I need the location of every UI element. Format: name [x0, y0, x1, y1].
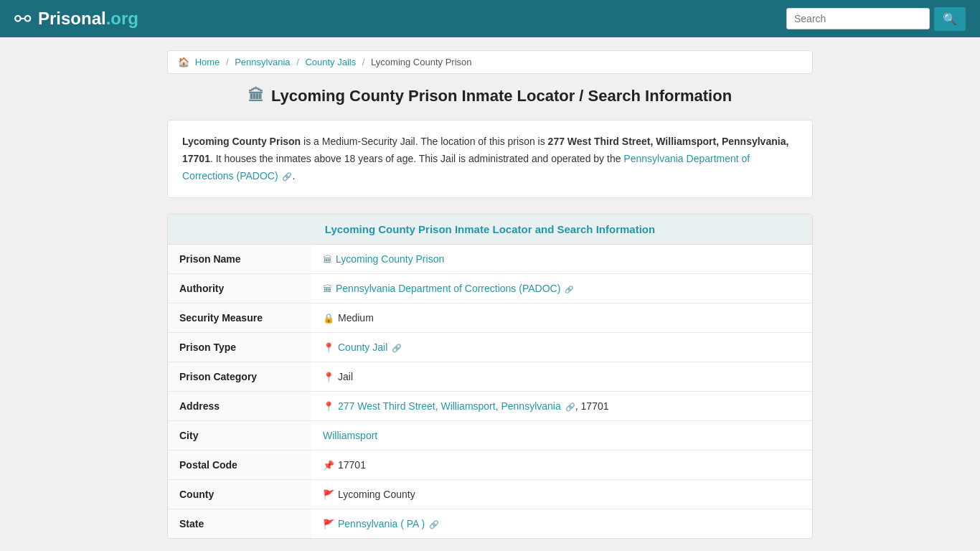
value-link[interactable]: Pennsylvania ( PA ): [338, 518, 425, 529]
value-suffix: , 17701: [575, 400, 609, 412]
table-row: Prison Type📍County Jail 🔗: [168, 333, 812, 362]
logo-text: Prisonal.org: [38, 9, 138, 29]
value-text: Medium: [338, 312, 374, 324]
table-label-cell: Security Measure: [168, 303, 311, 333]
table-row: State🚩Pennsylvania ( PA ) 🔗: [168, 509, 812, 539]
table-value-cell: 📍Jail: [311, 362, 812, 392]
value-link[interactable]: Pennsylvania Department of Corrections (…: [336, 283, 560, 294]
value-text: 17701: [338, 459, 366, 471]
value-link[interactable]: Williamsport: [323, 430, 377, 441]
breadcrumb-home[interactable]: Home: [195, 57, 220, 67]
row-icon: 🚩: [323, 519, 334, 529]
table-value-cell: 🏛Lycoming County Prison: [311, 245, 812, 274]
breadcrumb-county-jails[interactable]: County Jails: [305, 57, 356, 67]
row-icon: 🔒: [323, 313, 334, 324]
row-icon: 🏛: [323, 254, 332, 265]
table-label-cell: Prison Category: [168, 362, 311, 392]
breadcrumb-sep-1: /: [226, 57, 229, 67]
table-label-cell: Prison Type: [168, 333, 311, 362]
table-value-cell: 📍277 West Third Street, Williamsport, Pe…: [311, 392, 812, 421]
table-value-cell: Williamsport: [311, 421, 812, 451]
value-link[interactable]: 277 West Third Street, Williamsport, Pen…: [338, 400, 561, 412]
logo-icon: ⚯️: [14, 7, 31, 31]
row-icon: 📍: [323, 401, 334, 412]
table-label-cell: City: [168, 421, 311, 451]
table-row: County🚩Lycoming County: [168, 480, 812, 509]
description-text3: .: [292, 170, 295, 182]
row-icon: 🏛: [323, 283, 332, 294]
page-title: Lycoming County Prison Inmate Locator / …: [271, 87, 732, 105]
ext-link-icon: 🔗: [282, 172, 292, 181]
description-block: Lycoming County Prison is a Medium-Secur…: [167, 120, 813, 198]
info-section-title: Lycoming County Prison Inmate Locator an…: [168, 215, 812, 245]
description-text1: is a Medium-Security Jail. The location …: [301, 136, 547, 147]
value-text: Lycoming County: [338, 489, 415, 500]
breadcrumb: 🏠 Home / Pennsylvania / County Jails / L…: [167, 50, 813, 74]
row-icon: 📌: [323, 460, 334, 471]
value-link[interactable]: County Jail: [338, 342, 387, 353]
search-icon: 🔍: [943, 13, 957, 25]
header: ⚯️ Prisonal.org 🔍: [0, 0, 980, 37]
table-row: Prison Name🏛Lycoming County Prison: [168, 245, 812, 274]
anchor-icon: 🔗: [563, 402, 575, 411]
table-row: Postal Code📌17701: [168, 451, 812, 480]
breadcrumb-sep-2: /: [296, 57, 299, 67]
search-button[interactable]: 🔍: [934, 7, 966, 31]
page-title-area: 🏛 Lycoming County Prison Inmate Locator …: [167, 87, 813, 105]
logo-area: ⚯️ Prisonal.org: [14, 7, 138, 31]
table-row: Address📍277 West Third Street, Williamsp…: [168, 392, 812, 421]
info-table: Prison Name🏛Lycoming County PrisonAuthor…: [168, 245, 812, 538]
value-text: Jail: [338, 371, 353, 382]
anchor-icon: 🔗: [390, 344, 402, 352]
prison-title-icon: 🏛: [248, 87, 264, 105]
info-table-body: Prison Name🏛Lycoming County PrisonAuthor…: [168, 245, 812, 538]
breadcrumb-current: Lycoming County Prison: [371, 57, 471, 67]
table-label-cell: Postal Code: [168, 451, 311, 480]
table-value-cell: 🏛Pennsylvania Department of Corrections …: [311, 274, 812, 303]
table-label-cell: County: [168, 480, 311, 509]
external-link-icon: 🔗: [562, 286, 573, 293]
table-row: Prison Category📍Jail: [168, 362, 812, 392]
table-value-cell: 🚩Lycoming County: [311, 480, 812, 509]
table-value-cell: 🔒Medium: [311, 303, 812, 333]
prison-name-bold: Lycoming County Prison: [182, 136, 301, 147]
info-section: Lycoming County Prison Inmate Locator an…: [167, 214, 813, 539]
table-row: CityWilliamsport: [168, 421, 812, 451]
table-value-cell: 📍County Jail 🔗: [311, 333, 812, 362]
description-text2: . It houses the inmates above 18 years o…: [210, 153, 623, 164]
table-row: Authority🏛Pennsylvania Department of Cor…: [168, 274, 812, 303]
row-icon: 🚩: [323, 489, 334, 500]
table-label-cell: State: [168, 509, 311, 539]
table-value-cell: 📌17701: [311, 451, 812, 480]
table-label-cell: Address: [168, 392, 311, 421]
search-area: 🔍: [786, 7, 966, 31]
search-input[interactable]: [786, 8, 930, 29]
home-icon: 🏠: [178, 57, 189, 67]
row-icon: 📍: [323, 342, 334, 353]
table-row: Security Measure🔒Medium: [168, 303, 812, 333]
main-wrapper: 🏠 Home / Pennsylvania / County Jails / L…: [160, 37, 820, 551]
table-label-cell: Prison Name: [168, 245, 311, 274]
row-icon: 📍: [323, 372, 334, 382]
table-value-cell: 🚩Pennsylvania ( PA ) 🔗: [311, 509, 812, 539]
breadcrumb-pennsylvania[interactable]: Pennsylvania: [235, 57, 290, 67]
value-link[interactable]: Lycoming County Prison: [336, 253, 444, 265]
anchor-icon: 🔗: [427, 520, 439, 529]
breadcrumb-sep-3: /: [362, 57, 365, 67]
table-label-cell: Authority: [168, 274, 311, 303]
